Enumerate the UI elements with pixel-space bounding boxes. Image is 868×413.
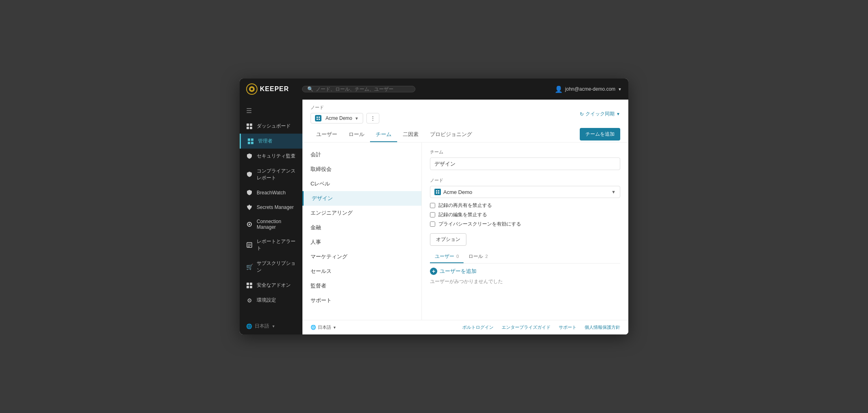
- addons-icon: [246, 282, 253, 289]
- sidebar-item-connection[interactable]: Connection Manager: [240, 215, 302, 234]
- account-icon: 👤: [555, 85, 563, 93]
- quick-sync-caret: ▼: [616, 112, 620, 116]
- add-user-plus-icon: +: [430, 268, 437, 275]
- footer-link-support[interactable]: サポート: [559, 324, 577, 330]
- team-list-item-design[interactable]: デザイン: [302, 191, 421, 206]
- svg-rect-23: [317, 119, 318, 120]
- node-detail-value: Acme Demo: [443, 189, 472, 195]
- user-info[interactable]: 👤 john@acme-demo.com ▼: [555, 85, 622, 93]
- ur-tab-roles-count: 2: [485, 254, 488, 259]
- sidebar-label-reports: レポートとアラート: [257, 238, 296, 252]
- options-button[interactable]: オプション: [430, 233, 466, 246]
- svg-rect-17: [247, 283, 249, 285]
- admin-icon: [247, 138, 254, 145]
- footer-link-privacy[interactable]: 個人情報保護方針: [585, 324, 620, 330]
- team-list-item[interactable]: 金融: [302, 220, 421, 235]
- sidebar-footer-lang[interactable]: 🌐 日本語 ▼: [240, 318, 302, 334]
- svg-rect-4: [250, 123, 252, 126]
- sidebar-label-settings: 環境設定: [257, 297, 276, 304]
- add-team-button[interactable]: チームを追加: [580, 128, 620, 141]
- add-user-link[interactable]: + ユーザーを追加: [430, 268, 620, 275]
- ur-tab-roles[interactable]: ロール 2: [464, 251, 492, 263]
- security-icon: [246, 153, 253, 160]
- sidebar-item-admin[interactable]: 管理者: [240, 134, 302, 149]
- user-dropdown-icon: ▼: [618, 87, 622, 92]
- team-name-input[interactable]: [430, 158, 620, 170]
- team-list-item[interactable]: 取締役会: [302, 162, 421, 177]
- content-area: ノード Acme Demo ▼ ⋮: [302, 100, 628, 334]
- header: KEEPER 🔍 👤 john@acme-demo.com ▼: [240, 79, 628, 100]
- sidebar-item-subscription[interactable]: 🛒 サブスクリプション: [240, 256, 302, 278]
- team-list-item[interactable]: 会計: [302, 147, 421, 162]
- svg-rect-7: [248, 138, 250, 141]
- svg-rect-3: [247, 123, 249, 126]
- tab-provisioning[interactable]: プロビジョニング: [424, 128, 478, 142]
- team-list-item[interactable]: セールス: [302, 264, 421, 279]
- ur-tab-users[interactable]: ユーザー 0: [430, 251, 464, 263]
- checkbox-no-reshare[interactable]: [430, 203, 435, 208]
- sidebar-item-reports[interactable]: レポートとアラート: [240, 234, 302, 256]
- sidebar-label-security: セキュリティ監査: [257, 153, 296, 160]
- team-detail-panel: チーム ノード Acme Demo ▼: [422, 143, 628, 320]
- svg-rect-21: [317, 117, 318, 118]
- sidebar-label-subscription: サブスクリプション: [257, 260, 296, 274]
- tab-roles[interactable]: ロール: [343, 128, 370, 142]
- team-list-item[interactable]: 人事: [302, 235, 421, 249]
- team-detail-label: チーム: [430, 149, 620, 155]
- ur-tab-users-label: ユーザー: [435, 253, 454, 259]
- node-detail-caret: ▼: [611, 189, 616, 194]
- tab-two-factor[interactable]: 二因素: [397, 128, 424, 142]
- team-list-item[interactable]: マーケティング: [302, 249, 421, 264]
- lang-label: 日本語: [255, 323, 269, 330]
- sidebar-label-admin: 管理者: [258, 138, 272, 145]
- tab-users[interactable]: ユーザー: [311, 128, 343, 142]
- team-list-item[interactable]: Cレベル: [302, 177, 421, 191]
- footer-link-vault[interactable]: ボルトログイン: [462, 324, 494, 330]
- svg-rect-10: [251, 142, 253, 144]
- checkbox-privacy-screen[interactable]: [430, 221, 435, 227]
- search-input[interactable]: [316, 86, 410, 92]
- footer-link-enterprise[interactable]: エンタープライズガイド: [502, 324, 551, 330]
- main-layout: ☰ ダッシュボード 管理者: [240, 100, 628, 334]
- sidebar-label-secrets: Secrets Manager: [257, 204, 294, 210]
- sidebar-item-settings[interactable]: ⚙ 環境設定: [240, 293, 302, 308]
- user-email: john@acme-demo.com: [565, 86, 615, 92]
- sidebar-item-security[interactable]: セキュリティ監査: [240, 149, 302, 164]
- quick-sync-button[interactable]: ↻ クイック同期 ▼: [580, 111, 620, 117]
- sidebar-item-addons[interactable]: 安全なアドオン: [240, 278, 302, 293]
- sidebar-label-breachwatch: BreachWatch: [257, 190, 286, 196]
- node-detail-dropdown[interactable]: Acme Demo ▼: [430, 186, 620, 198]
- more-options-button[interactable]: ⋮: [366, 113, 379, 123]
- lang-caret: ▼: [272, 324, 275, 328]
- checkbox-row-edit: 記録の編集を禁止する: [430, 211, 620, 218]
- svg-rect-19: [247, 286, 249, 288]
- logo-text: KEEPER: [260, 85, 289, 93]
- svg-rect-25: [436, 190, 437, 192]
- team-list-item[interactable]: サポート: [302, 293, 421, 308]
- subscription-icon: 🛒: [246, 264, 253, 270]
- team-list-item[interactable]: 監督者: [302, 279, 421, 293]
- ur-tab-roles-label: ロール: [468, 253, 483, 259]
- svg-rect-22: [319, 117, 320, 118]
- node-selector-row: ノード Acme Demo ▼ ⋮: [311, 104, 620, 123]
- ur-tab-users-count: 0: [456, 254, 459, 259]
- sidebar-label-connection: Connection Manager: [257, 219, 296, 230]
- node-selector-dropdown[interactable]: Acme Demo ▼: [311, 113, 363, 123]
- svg-rect-26: [438, 190, 439, 192]
- tab-teams[interactable]: チーム: [370, 128, 397, 142]
- dashboard-icon: [246, 123, 253, 130]
- svg-rect-27: [436, 192, 437, 194]
- search-bar[interactable]: 🔍: [302, 86, 415, 92]
- team-list-item[interactable]: エンジニアリング: [302, 206, 421, 220]
- sidebar-item-secrets[interactable]: Secrets Manager: [240, 200, 302, 215]
- sidebar-label-addons: 安全なアドオン: [257, 282, 291, 289]
- footer-lang-selector[interactable]: 🌐 日本語 ▼: [311, 324, 336, 330]
- checkbox-no-edit[interactable]: [430, 212, 435, 217]
- sidebar-item-breachwatch[interactable]: BreachWatch: [240, 185, 302, 200]
- node-selector-icon: [315, 115, 321, 121]
- hamburger-button[interactable]: ☰: [240, 103, 302, 119]
- connection-icon: [246, 221, 253, 228]
- sidebar-item-dashboard[interactable]: ダッシュボード: [240, 119, 302, 134]
- sidebar-item-compliance[interactable]: コンプライアンスレポート: [240, 164, 302, 185]
- content-body: 会計 取締役会 Cレベル デザイン エンジニアリング 金融 人事 マーケティング…: [302, 143, 628, 320]
